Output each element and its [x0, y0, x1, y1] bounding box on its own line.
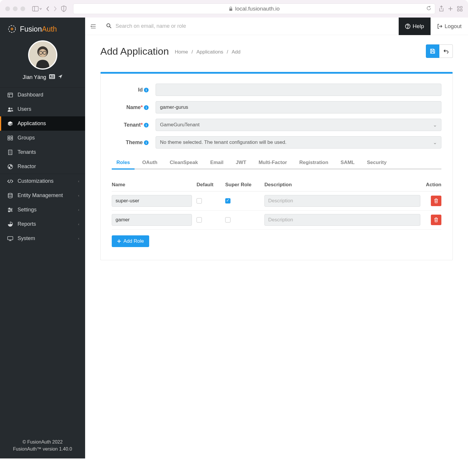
name-label: Name*i: [112, 104, 149, 111]
info-icon[interactable]: i: [144, 105, 149, 110]
save-icon: [430, 49, 435, 54]
window-controls: [5, 6, 25, 11]
svg-rect-20: [50, 75, 51, 77]
svg-rect-59: [431, 49, 433, 51]
breadcrumb-home[interactable]: Home: [175, 49, 188, 55]
new-tab-icon[interactable]: [448, 6, 453, 12]
svg-rect-8: [457, 9, 459, 11]
svg-rect-7: [460, 6, 462, 8]
tab-multifactor[interactable]: Multi-Factor: [254, 157, 292, 170]
tab-oauth[interactable]: OAuth: [137, 157, 162, 170]
delete-role-button[interactable]: [431, 215, 441, 225]
name-input[interactable]: [156, 101, 441, 113]
svg-rect-33: [8, 150, 12, 155]
sidebar-item-tenants[interactable]: Tenants: [0, 145, 85, 159]
role-description-input[interactable]: [264, 195, 420, 207]
add-role-button[interactable]: Add Role: [112, 235, 149, 247]
svg-point-12: [11, 28, 13, 30]
building-icon: [7, 150, 13, 155]
breadcrumb-applications[interactable]: Applications: [197, 49, 223, 55]
back-icon[interactable]: [46, 6, 50, 12]
avatar[interactable]: [28, 40, 57, 70]
address-bar[interactable]: local.fusionauth.io: [73, 4, 435, 14]
close-dot[interactable]: [5, 6, 10, 11]
url-text: local.fusionauth.io: [235, 6, 280, 12]
help-button[interactable]: Help: [399, 18, 431, 35]
default-checkbox[interactable]: [197, 217, 202, 223]
tab-saml[interactable]: SAML: [336, 157, 359, 170]
svg-line-56: [110, 27, 111, 28]
sidebar-item-users[interactable]: Users: [0, 102, 85, 116]
info-icon[interactable]: i: [144, 123, 149, 127]
maximize-dot[interactable]: [20, 6, 25, 11]
brand-logo[interactable]: FusionAuth: [0, 18, 85, 38]
refresh-icon[interactable]: [426, 6, 431, 12]
tab-jwt[interactable]: JWT: [231, 157, 251, 170]
sidebar-item-reports[interactable]: Reports ‹: [0, 217, 85, 231]
logout-button[interactable]: Logout: [431, 18, 468, 35]
tenant-select[interactable]: GameGuruTenant ⌄: [156, 119, 441, 131]
minimize-dot[interactable]: [13, 6, 18, 11]
vcard-icon[interactable]: [49, 74, 55, 80]
role-name-input[interactable]: [112, 214, 192, 226]
svg-text:i: i: [146, 88, 147, 92]
tracking-shield-icon[interactable]: [61, 6, 67, 12]
tab-cleanspeak[interactable]: CleanSpeak: [165, 157, 202, 170]
super-role-checkbox[interactable]: [225, 217, 230, 223]
sidebar-item-label: Users: [18, 106, 31, 112]
tab-roles[interactable]: Roles: [112, 157, 135, 170]
sidebar-item-customizations[interactable]: Customizations ‹: [0, 174, 85, 188]
sidebar-item-system[interactable]: System ‹: [0, 231, 85, 246]
menu-toggle-icon[interactable]: [85, 18, 101, 35]
info-icon[interactable]: i: [144, 140, 149, 145]
save-button[interactable]: [426, 44, 439, 58]
sliders-icon: [7, 208, 13, 212]
sidebar-item-groups[interactable]: Groups: [0, 131, 85, 145]
svg-point-44: [9, 208, 10, 209]
delete-role-button[interactable]: [431, 196, 441, 206]
chevron-left-icon: ‹: [78, 194, 79, 198]
back-button[interactable]: [439, 44, 453, 58]
id-input[interactable]: [156, 84, 441, 96]
sidebar-item-applications[interactable]: Applications: [0, 116, 85, 131]
logout-icon: [437, 24, 442, 29]
role-name-input[interactable]: [112, 195, 192, 207]
theme-select[interactable]: No theme selected. The tenant configurat…: [156, 136, 441, 149]
tab-security[interactable]: Security: [362, 157, 391, 170]
svg-point-48: [8, 211, 10, 212]
svg-point-15: [39, 49, 47, 57]
main: Help Logout Add Application Home/ Applic…: [85, 18, 468, 458]
trash-icon: [434, 218, 438, 222]
sidebar-item-entity-management[interactable]: Entity Management ‹: [0, 188, 85, 203]
svg-text:i: i: [146, 123, 147, 127]
role-description-input[interactable]: [264, 214, 420, 226]
page-title: Add Application: [100, 46, 169, 57]
undo-icon: [443, 49, 449, 54]
svg-rect-29: [8, 136, 10, 138]
info-icon[interactable]: i: [144, 88, 149, 92]
chevron-left-icon: ‹: [78, 179, 79, 183]
tab-registration[interactable]: Registration: [295, 157, 333, 170]
sidebar-footer: © FusionAuth 2022 FusionAuth™ version 1.…: [0, 434, 85, 458]
svg-rect-60: [431, 51, 434, 53]
sidebar-item-settings[interactable]: Settings ‹: [0, 203, 85, 217]
col-header-super: Super Role: [225, 182, 264, 188]
browser-toolbar: local.fusionauth.io: [0, 0, 468, 18]
forward-icon[interactable]: [53, 6, 57, 12]
search-input[interactable]: [116, 23, 394, 29]
code-icon: [7, 179, 13, 183]
sidebar-item-reactor[interactable]: Reactor: [0, 159, 85, 174]
super-role-checkbox[interactable]: [225, 198, 230, 203]
sidebar-item-label: Settings: [18, 207, 37, 213]
sidebar: FusionAuth Jìan Yáng: [0, 18, 85, 458]
sidebar-item-dashboard[interactable]: Dashboard: [0, 88, 85, 102]
tenant-label: Tenant*i: [112, 122, 149, 128]
tabs-overview-icon[interactable]: [457, 6, 463, 12]
tab-email[interactable]: Email: [206, 157, 228, 170]
share-icon[interactable]: [439, 6, 444, 12]
help-icon: [405, 24, 410, 29]
cube-icon: [7, 121, 13, 126]
location-arrow-icon[interactable]: [58, 74, 63, 80]
sidebar-toggle-icon[interactable]: [32, 6, 42, 11]
default-checkbox[interactable]: [197, 198, 202, 203]
